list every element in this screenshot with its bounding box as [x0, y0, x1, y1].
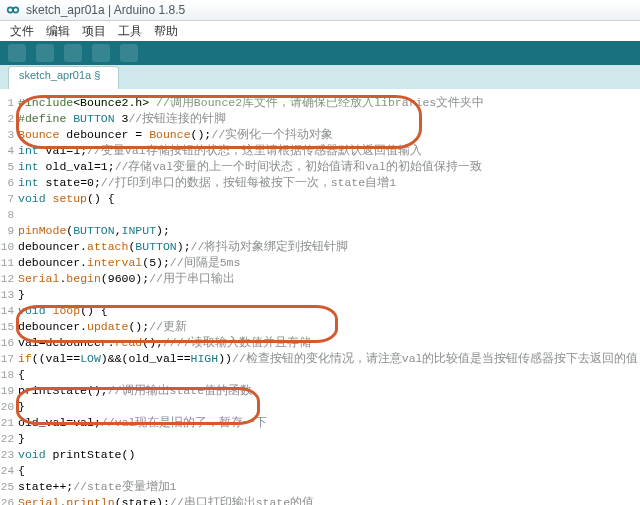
code-line[interactable]: debouncer.attach(BUTTON);//将抖动对象绑定到按钮针脚 [18, 239, 640, 255]
line-number: 11 [0, 255, 16, 271]
menu-tools[interactable]: 工具 [118, 23, 142, 40]
code-line[interactable]: old_val=val;//val现在是旧的了，暂存一下 [18, 415, 640, 431]
code-line[interactable]: void setup() { [18, 191, 640, 207]
code-line[interactable]: int val=1;//变量val存储按钮的状态，这里请根据传感器默认返回值输入 [18, 143, 640, 159]
code-line[interactable]: } [18, 287, 640, 303]
title-bar: sketch_apr01a | Arduino 1.8.5 [0, 0, 640, 21]
line-number: 16 [0, 335, 16, 351]
menu-help[interactable]: 帮助 [154, 23, 178, 40]
line-number: 10 [0, 239, 16, 255]
line-number: 5 [0, 159, 16, 175]
line-gutter: 1234567891011121314151617181920212223242… [0, 95, 16, 505]
code-line[interactable]: int old_val=1;//存储val变量的上一个时间状态，初始值请和val… [18, 159, 640, 175]
code-editor[interactable]: 1234567891011121314151617181920212223242… [0, 89, 640, 505]
code-line[interactable]: #define BUTTON 3//按钮连接的针脚 [18, 111, 640, 127]
code-line[interactable]: Serial.begin(9600);//用于串口输出 [18, 271, 640, 287]
line-number: 15 [0, 319, 16, 335]
line-number: 24 [0, 463, 16, 479]
line-number: 6 [0, 175, 16, 191]
line-number: 22 [0, 431, 16, 447]
save-button[interactable] [120, 44, 138, 62]
line-number: 4 [0, 143, 16, 159]
line-number: 19 [0, 383, 16, 399]
line-number: 14 [0, 303, 16, 319]
code-line[interactable]: void printState() [18, 447, 640, 463]
code-line[interactable]: Serial.println(state);//串口打印输出state的值 [18, 495, 640, 505]
code-line[interactable]: Bounce debouncer = Bounce();//实例化一个抖动对象 [18, 127, 640, 143]
line-number: 2 [0, 111, 16, 127]
line-number: 9 [0, 223, 16, 239]
window-title: sketch_apr01a | Arduino 1.8.5 [26, 3, 185, 17]
tab-main[interactable]: sketch_apr01a § [8, 66, 119, 89]
svg-point-0 [8, 7, 13, 12]
line-number: 3 [0, 127, 16, 143]
code-line[interactable]: { [18, 367, 640, 383]
code-line[interactable]: state++;//state变量增加1 [18, 479, 640, 495]
line-number: 7 [0, 191, 16, 207]
code-line[interactable]: int state=0;//打印到串口的数据，按钮每被按下一次，state自增1 [18, 175, 640, 191]
line-number: 20 [0, 399, 16, 415]
line-number: 8 [0, 207, 16, 223]
verify-button[interactable] [8, 44, 26, 62]
code-line[interactable]: val=debouncer.read();////读取输入数值并且存储 [18, 335, 640, 351]
line-number: 13 [0, 287, 16, 303]
menu-bar: 文件 编辑 项目 工具 帮助 [0, 21, 640, 41]
code-line[interactable]: } [18, 431, 640, 447]
line-number: 21 [0, 415, 16, 431]
code-line[interactable]: debouncer.interval(5);//间隔是5ms [18, 255, 640, 271]
line-number: 25 [0, 479, 16, 495]
code-line[interactable] [18, 207, 640, 223]
code-line[interactable]: } [18, 399, 640, 415]
line-number: 1 [0, 95, 16, 111]
svg-point-1 [13, 7, 18, 12]
line-number: 23 [0, 447, 16, 463]
code-line[interactable]: debouncer.update();//更新 [18, 319, 640, 335]
menu-edit[interactable]: 编辑 [46, 23, 70, 40]
arduino-logo-icon [6, 3, 20, 17]
line-number: 12 [0, 271, 16, 287]
code-line[interactable]: pinMode(BUTTON,INPUT); [18, 223, 640, 239]
line-number: 18 [0, 367, 16, 383]
line-number: 26 [0, 495, 16, 505]
code-line[interactable]: #include<Bounce2.h> //调用Bounce2库文件，请确保已经… [18, 95, 640, 111]
line-number: 17 [0, 351, 16, 367]
new-button[interactable] [64, 44, 82, 62]
code-line[interactable]: if((val==LOW)&&(old_val==HIGH))//检查按钮的变化… [18, 351, 640, 367]
code-line[interactable]: printState();//调用输出state值的函数 [18, 383, 640, 399]
open-button[interactable] [92, 44, 110, 62]
upload-button[interactable] [36, 44, 54, 62]
tab-strip: sketch_apr01a § [0, 65, 640, 89]
menu-file[interactable]: 文件 [10, 23, 34, 40]
code-line[interactable]: { [18, 463, 640, 479]
menu-project[interactable]: 项目 [82, 23, 106, 40]
code-line[interactable]: void loop() { [18, 303, 640, 319]
toolbar [0, 41, 640, 65]
code-area[interactable]: #include<Bounce2.h> //调用Bounce2库文件，请确保已经… [18, 95, 640, 505]
